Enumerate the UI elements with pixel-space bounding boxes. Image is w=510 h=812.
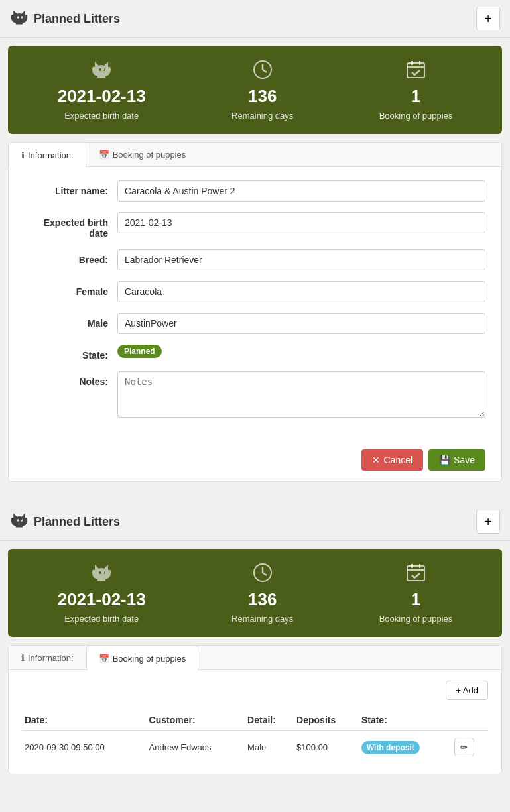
breed-label: Breed: bbox=[25, 249, 117, 265]
litter-name-row: Litter name: bbox=[25, 180, 485, 202]
stat-birth-label: Expected birth date bbox=[64, 111, 139, 121]
stat-booking: 1 Booking of puppies bbox=[379, 59, 453, 121]
stat-booking-label-2: Booking of puppies bbox=[379, 614, 453, 624]
calendar-tab-icon-2: 📅 bbox=[99, 654, 109, 664]
col-deposits: Deposits bbox=[294, 709, 359, 731]
clock-icon-2 bbox=[252, 562, 273, 585]
female-label: Female bbox=[25, 281, 117, 297]
svg-rect-3 bbox=[407, 63, 424, 78]
add-button-2[interactable]: + bbox=[476, 510, 500, 534]
col-date: Date: bbox=[22, 709, 147, 731]
expected-birth-row: Expected birth date bbox=[25, 212, 485, 239]
col-actions bbox=[452, 709, 488, 731]
deposit-badge: With deposit bbox=[361, 741, 420, 754]
row-detail: Male bbox=[245, 731, 294, 764]
breed-row: Breed: bbox=[25, 249, 485, 270]
stat-birth-label-2: Expected birth date bbox=[64, 614, 139, 624]
calendar-icon-2 bbox=[405, 562, 426, 585]
stat-remaining-2: 136 Remaining days bbox=[231, 562, 293, 624]
row-customer: Andrew Edwads bbox=[147, 731, 245, 764]
app-header-1: Planned Litters + bbox=[0, 0, 510, 38]
male-label: Male bbox=[25, 313, 117, 329]
stat-birth-value: 2021-02-13 bbox=[58, 86, 146, 107]
x-icon: ✕ bbox=[372, 455, 380, 465]
app-title-group-2: Planned Litters bbox=[10, 511, 120, 533]
info-icon-2: ℹ bbox=[21, 653, 25, 663]
stat-booking-value-2: 1 bbox=[411, 589, 420, 610]
litter-name-label: Litter name: bbox=[25, 180, 117, 196]
breed-input[interactable] bbox=[117, 249, 485, 270]
form-body-1: Litter name: Expected birth date Breed: … bbox=[9, 167, 501, 441]
svg-rect-10 bbox=[407, 566, 424, 581]
info-icon: ℹ bbox=[21, 150, 25, 160]
stat-birth-date-2: 2021-02-13 Expected birth date bbox=[58, 562, 146, 624]
app-title-group: Planned Litters bbox=[10, 8, 120, 30]
expected-birth-input[interactable] bbox=[117, 212, 485, 233]
col-state: State: bbox=[359, 709, 452, 731]
save-button-1[interactable]: 💾 Save bbox=[428, 449, 485, 471]
booking-add-row: + Add bbox=[22, 681, 488, 700]
male-row: Male bbox=[25, 313, 485, 334]
app-header-2: Planned Litters + bbox=[0, 503, 510, 541]
cancel-button-1[interactable]: ✕ Cancel bbox=[361, 449, 423, 471]
stat-birth-date: 2021-02-13 Expected birth date bbox=[58, 59, 146, 121]
booking-table: Date: Customer: Detail: Deposits State: … bbox=[22, 709, 488, 763]
save-icon: 💾 bbox=[439, 455, 450, 465]
stats-banner-1: 2021-02-13 Expected birth date 136 Remai… bbox=[8, 46, 502, 134]
add-button-1[interactable]: + bbox=[476, 7, 500, 30]
state-badge: Planned bbox=[117, 345, 162, 358]
table-row: 2020-09-30 09:50:00 Andrew Edwads Male $… bbox=[22, 731, 488, 764]
col-customer: Customer: bbox=[147, 709, 245, 731]
booking-body: + Add Date: Customer: Detail: Deposits S… bbox=[9, 670, 501, 774]
cat-header-icon bbox=[10, 8, 29, 30]
female-row: Female bbox=[25, 281, 485, 302]
tab-information-2[interactable]: ℹ Information: bbox=[9, 646, 86, 669]
tab-bar-1: ℹ Information: 📅 Booking of puppies bbox=[9, 143, 501, 167]
svg-line-2 bbox=[263, 70, 267, 72]
stats-banner-2: 2021-02-13 Expected birth date 136 Remai… bbox=[8, 549, 502, 637]
notes-input[interactable] bbox=[117, 371, 485, 418]
tab-booking-2[interactable]: 📅 Booking of puppies bbox=[86, 646, 199, 670]
stat-remaining-label-2: Remaining days bbox=[231, 614, 293, 624]
form-card-1: ℹ Information: 📅 Booking of puppies Litt… bbox=[8, 142, 502, 482]
edit-button[interactable]: ✏ bbox=[454, 738, 474, 756]
col-detail: Detail: bbox=[245, 709, 294, 731]
stat-booking-2: 1 Booking of puppies bbox=[379, 562, 453, 624]
form-card-2: ℹ Information: 📅 Booking of puppies + Ad… bbox=[8, 645, 502, 774]
edit-icon: ✏ bbox=[460, 742, 468, 752]
male-input[interactable] bbox=[117, 313, 485, 334]
row-deposits: $100.00 bbox=[294, 731, 359, 764]
calendar-tab-icon: 📅 bbox=[99, 150, 109, 160]
stat-birth-value-2: 2021-02-13 bbox=[58, 589, 146, 610]
add-booking-button[interactable]: + Add bbox=[446, 681, 488, 700]
stat-remaining-value: 136 bbox=[248, 86, 277, 107]
cat-stat-icon-2 bbox=[91, 562, 112, 585]
stat-booking-value: 1 bbox=[411, 86, 420, 107]
state-label: State: bbox=[25, 345, 117, 361]
litter-name-input[interactable] bbox=[117, 180, 485, 202]
row-state: With deposit bbox=[359, 731, 452, 764]
notes-row: Notes: bbox=[25, 371, 485, 418]
tab-booking-1[interactable]: 📅 Booking of puppies bbox=[86, 143, 199, 166]
clock-icon bbox=[252, 59, 273, 82]
stat-remaining-label: Remaining days bbox=[231, 111, 293, 121]
stat-remaining: 136 Remaining days bbox=[231, 59, 293, 121]
section-divider bbox=[0, 493, 510, 503]
notes-label: Notes: bbox=[25, 371, 117, 387]
app-title-2: Planned Litters bbox=[34, 515, 120, 529]
stat-remaining-value-2: 136 bbox=[248, 589, 277, 610]
state-row: State: Planned bbox=[25, 345, 485, 361]
expected-birth-label: Expected birth date bbox=[25, 212, 117, 239]
female-input[interactable] bbox=[117, 281, 485, 302]
cat-header-icon-2 bbox=[10, 511, 29, 533]
cat-stat-icon bbox=[91, 59, 112, 82]
svg-line-9 bbox=[263, 573, 267, 575]
row-edit[interactable]: ✏ bbox=[452, 731, 488, 764]
calendar-icon bbox=[405, 59, 426, 82]
row-date: 2020-09-30 09:50:00 bbox=[22, 731, 147, 764]
tab-information-1[interactable]: ℹ Information: bbox=[9, 143, 86, 167]
app-title: Planned Litters bbox=[34, 12, 120, 26]
tab-bar-2: ℹ Information: 📅 Booking of puppies bbox=[9, 646, 501, 670]
form-actions-1: ✕ Cancel 💾 Save bbox=[9, 441, 501, 481]
stat-booking-label: Booking of puppies bbox=[379, 111, 453, 121]
